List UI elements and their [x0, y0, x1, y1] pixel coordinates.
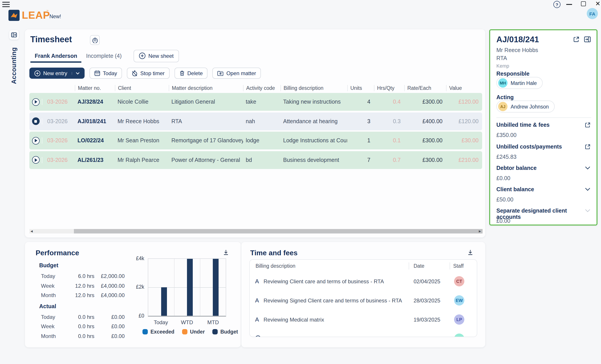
- table-row-selected[interactable]: 03-2026 AJ/018/241 Mr Reece Hobbs RTA na…: [29, 112, 482, 130]
- open-external-icon[interactable]: [585, 144, 590, 149]
- new-entry-button[interactable]: New entry: [29, 67, 85, 79]
- actual-week-amount: £0.00: [87, 323, 125, 330]
- column-value[interactable]: Value: [446, 85, 482, 91]
- column-rate-each[interactable]: Rate/Each: [404, 85, 446, 91]
- cell-hrs-qty: 0.7: [374, 157, 404, 163]
- y-tick-2k: £2k: [126, 284, 144, 289]
- close-button[interactable]: ✕: [595, 0, 600, 8]
- staff-avatar: LP: [454, 314, 464, 325]
- column-activity-code[interactable]: Activity code: [243, 85, 280, 91]
- minimize-button[interactable]: [566, 4, 572, 5]
- open-external-icon[interactable]: [573, 37, 579, 42]
- sidebar-item-accounting[interactable]: Accounting: [10, 43, 17, 84]
- unbilled-costs-label[interactable]: Unbilled costs/payments: [496, 144, 562, 150]
- cell-matter-no: AL/261/23: [75, 157, 115, 163]
- download-icon[interactable]: [467, 249, 473, 255]
- staff-avatar: CT: [454, 276, 464, 286]
- unbilled-costs-value: £245.83: [496, 154, 516, 160]
- maximize-button[interactable]: [581, 1, 586, 6]
- chevron-down-icon[interactable]: [585, 166, 590, 169]
- tab-incomplete[interactable]: Incomplete (4): [82, 49, 126, 62]
- cell-date: 03-2026: [42, 137, 75, 144]
- budget-week-label: Week: [41, 283, 55, 289]
- scroll-left-arrow[interactable]: ◀: [29, 229, 34, 233]
- delete-button[interactable]: Delete: [174, 67, 208, 79]
- new-sheet-button[interactable]: New sheet: [134, 50, 179, 62]
- table-row[interactable]: 03-2026 AL/261/23 Mr Ralph Pearce Power …: [29, 151, 482, 169]
- horizontal-scrollbar[interactable]: ◀ ▶: [29, 229, 482, 233]
- cell-activity-code: take: [243, 99, 280, 105]
- hamburger-menu-icon[interactable]: [2, 2, 10, 8]
- column-client[interactable]: Client: [115, 85, 169, 91]
- cell-billing-description: Taking new instructions: [280, 99, 347, 105]
- column-units[interactable]: Units: [347, 85, 374, 91]
- scroll-right-arrow[interactable]: ▶: [478, 229, 482, 233]
- cell-units: 4: [347, 99, 374, 105]
- list-item[interactable]: Letter to other side's solicitor with le…: [250, 329, 477, 337]
- cell-hrs-qty: 0.3: [374, 118, 404, 124]
- download-icon[interactable]: [223, 249, 229, 255]
- tab-frank-anderson[interactable]: Frank Anderson: [30, 49, 82, 62]
- scrollbar-thumb[interactable]: [74, 229, 483, 233]
- matter-type: RTA: [496, 55, 507, 61]
- column-billing-description[interactable]: Billing description: [280, 85, 347, 91]
- list-item[interactable]: A Reviewing Medical matrix 19/03/2025 LP: [250, 310, 477, 329]
- budget-label: Budget: [39, 262, 58, 268]
- budget-today-amount: £2,000.00: [87, 273, 125, 279]
- timesheet-settings-button[interactable]: [90, 35, 100, 45]
- column-hrs-qty[interactable]: Hrs/Qty: [374, 85, 404, 91]
- actual-week-label: Week: [41, 323, 55, 330]
- open-matter-button[interactable]: M Open matter: [213, 67, 261, 79]
- sidebar-expand-button[interactable]: [9, 30, 19, 39]
- client-balance-label[interactable]: Client balance: [496, 186, 534, 192]
- chevron-down-icon[interactable]: [585, 188, 590, 191]
- staff-avatar: EW: [454, 295, 464, 306]
- leap-logo-icon: [9, 10, 20, 21]
- stop-timer-button[interactable]: Stop timer: [127, 67, 169, 79]
- time-entry-icon: A: [255, 297, 261, 304]
- cell-billing-description: Business development: [280, 157, 347, 163]
- cell-date: 03-2026: [42, 118, 75, 124]
- table-row[interactable]: 03-2026 LO/022/24 Mr Sean Preston Remort…: [29, 132, 482, 149]
- unbilled-time-fees-label[interactable]: Unbilled time & fees: [496, 122, 550, 128]
- open-external-icon[interactable]: [585, 122, 590, 128]
- chart-legend: Exceeded Under Budget: [142, 329, 238, 335]
- time-and-fees-title: Time and fees: [250, 249, 298, 257]
- timesheet-table-header: Matter no. Client Matter description Act…: [29, 84, 482, 93]
- matter-folder-icon: M: [218, 70, 224, 76]
- acting-person-chip[interactable]: AJ Andrew Johnson: [496, 101, 554, 113]
- column-staff: Staff: [453, 263, 464, 268]
- today-button[interactable]: Today: [90, 67, 122, 79]
- play-timer-icon[interactable]: [29, 156, 42, 164]
- trash-icon: [180, 70, 185, 76]
- avatar: AJ: [498, 102, 508, 111]
- collapse-panel-icon[interactable]: [584, 37, 591, 42]
- table-row[interactable]: 03-2026 AJ/328/24 Nicole Collie Litigati…: [29, 93, 482, 111]
- calendar-icon: [94, 70, 100, 76]
- new-entry-dropdown[interactable]: [72, 72, 80, 75]
- list-item[interactable]: A Reviewing Signed Client care and terms…: [250, 291, 477, 310]
- column-matter-no[interactable]: Matter no.: [75, 85, 115, 91]
- cell-hrs-qty: 0.4: [374, 99, 404, 105]
- debtor-balance-label[interactable]: Debtor balance: [496, 165, 537, 171]
- application-window: ? ✕ LEAP ™ New! FA Accounting Timesheet …: [0, 0, 601, 364]
- user-avatar[interactable]: FA: [587, 8, 598, 19]
- play-timer-icon[interactable]: [29, 137, 42, 144]
- cell-matter-description: Litigation General: [169, 99, 243, 105]
- budget-month-label: Month: [41, 292, 56, 298]
- svg-text:M: M: [220, 73, 221, 74]
- stop-timer-icon[interactable]: [29, 117, 42, 125]
- column-matter-description[interactable]: Matter description: [169, 85, 243, 91]
- responsible-person-chip[interactable]: MH Martin Hale: [496, 77, 543, 89]
- help-icon[interactable]: ?: [553, 1, 561, 8]
- actual-label: Actual: [39, 303, 56, 309]
- play-timer-icon[interactable]: [29, 98, 42, 106]
- chevron-down-icon[interactable]: [585, 209, 590, 212]
- cell-date: 03-2026: [42, 157, 75, 163]
- cell-activity-code: lodge: [243, 137, 280, 144]
- avatar: MH: [498, 78, 508, 88]
- x-tick-wtd: WTD: [174, 319, 200, 326]
- list-item[interactable]: A Reviewing Client care and terms of bus…: [250, 272, 477, 291]
- cell-client: Mr Reece Hobbs: [115, 118, 169, 124]
- performance-chart-plot: [148, 258, 226, 317]
